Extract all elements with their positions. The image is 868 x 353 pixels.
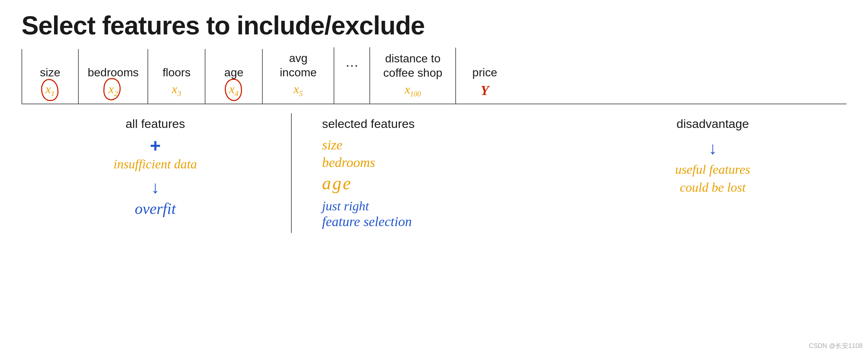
col-size-header: size: [40, 53, 60, 80]
page-title: Select features to include/exclude: [0, 0, 868, 44]
down-arrow-left: ↓: [151, 179, 160, 196]
vertical-divider-1: [291, 113, 292, 233]
col-dots-header: …: [345, 51, 359, 78]
just-right-label: just right: [322, 199, 369, 214]
col-floors: floors x3: [148, 49, 205, 104]
col-age-var: x4: [229, 82, 238, 98]
col-bedrooms-header: bedrooms: [88, 53, 139, 80]
watermark: CSDN @长安1108: [809, 342, 863, 350]
insufficient-data-label: insufficient data: [113, 157, 197, 172]
disadvantage-title: disadvantage: [677, 117, 749, 131]
all-features-title: all features: [126, 117, 185, 131]
col-size-var: x1: [45, 82, 55, 98]
feature-bedrooms: bedrooms: [322, 154, 375, 171]
col-bedrooms: bedrooms x2: [79, 49, 148, 104]
col-price-header: price: [472, 53, 497, 80]
col-avg-income: avg income x5: [263, 47, 334, 104]
feature-selection-label: feature selection: [322, 214, 412, 229]
feature-age: age: [322, 172, 352, 195]
col-floors-header: floors: [163, 53, 190, 80]
col-distance: distance to coffee shop x100: [370, 48, 456, 104]
col-avg-income-var: x5: [294, 82, 303, 98]
down-arrow-right: ↓: [708, 140, 717, 157]
table-header-row: size x1 bedrooms x2 floors x3 age x4 avg…: [21, 47, 847, 104]
bottom-left-col: all features + insufficient data ↓ overf…: [21, 113, 289, 233]
col-distance-var: x100: [405, 83, 421, 98]
selected-features-title: selected features: [322, 117, 415, 131]
col-age: age x4: [205, 49, 263, 104]
col-avg-income-header: avg income: [280, 51, 317, 80]
col-price: price Y: [456, 49, 513, 104]
col-bedrooms-var: x2: [108, 82, 118, 98]
feature-table: size x1 bedrooms x2 floors x3 age x4 avg…: [0, 47, 868, 104]
col-price-var: Y: [481, 82, 489, 98]
col-floors-var: x3: [172, 82, 181, 98]
col-size: size x1: [21, 49, 79, 104]
bottom-section: all features + insufficient data ↓ overf…: [0, 113, 868, 233]
bottom-middle-col: selected features size bedrooms age just…: [294, 113, 579, 233]
plus-sign: +: [150, 136, 161, 155]
useful-features-label: useful features could be lost: [675, 161, 750, 197]
bottom-right-col: disadvantage ↓ useful features could be …: [579, 113, 847, 233]
overfit-label: overfit: [135, 200, 176, 218]
col-distance-header: distance to coffee shop: [383, 51, 442, 80]
feature-size: size: [322, 136, 343, 154]
col-dots: …: [334, 47, 370, 104]
col-age-header: age: [224, 53, 243, 80]
